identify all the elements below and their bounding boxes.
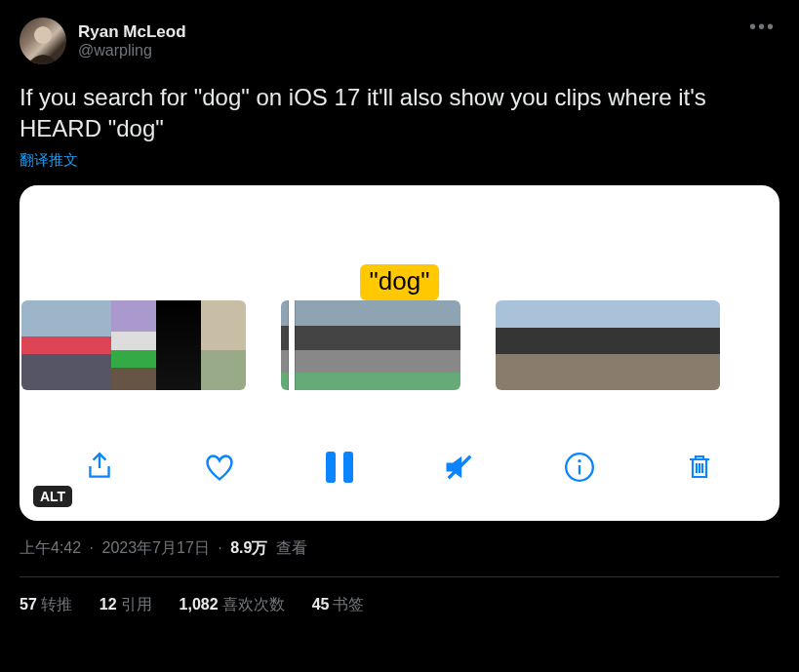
author-handle: @warpling	[78, 42, 186, 59]
tweet-header: Ryan McLeod @warpling	[20, 18, 779, 64]
clip-group[interactable]	[496, 300, 720, 390]
clip-thumb	[496, 300, 540, 390]
pause-icon[interactable]	[320, 448, 359, 487]
clip-thumb	[111, 300, 156, 390]
quotes-stat[interactable]: 12引用	[100, 595, 152, 615]
tweet-body-text: If you search for "dog" on iOS 17 it'll …	[20, 82, 779, 145]
clip-group-active[interactable]	[281, 300, 460, 390]
likes-stat[interactable]: 1,082喜欢次数	[180, 595, 285, 615]
media-attachment[interactable]: "dog"	[20, 185, 779, 521]
alt-badge[interactable]: ALT	[33, 486, 72, 507]
retweets-stat[interactable]: 57转推	[20, 595, 72, 615]
heart-icon[interactable]	[200, 448, 239, 487]
svg-point-3	[579, 459, 581, 462]
avatar[interactable]	[20, 18, 66, 64]
bookmarks-stat[interactable]: 45书签	[312, 595, 365, 615]
clip-thumb	[326, 300, 371, 390]
clip-thumb	[201, 300, 246, 390]
translate-link[interactable]: 翻译推文	[20, 151, 779, 170]
clip-thumb	[156, 300, 201, 390]
tweet-stats-row: 57转推 12引用 1,082喜欢次数 45书签	[20, 595, 779, 615]
share-icon[interactable]	[80, 448, 119, 487]
clip-thumb	[540, 300, 585, 390]
divider	[20, 576, 779, 577]
video-timeline[interactable]	[20, 300, 779, 390]
clip-thumb	[66, 300, 111, 390]
author-name-block[interactable]: Ryan McLeod @warpling	[78, 18, 186, 64]
clip-thumb	[630, 300, 675, 390]
mute-icon[interactable]	[440, 448, 479, 487]
clip-thumb	[585, 300, 630, 390]
media-toolbar	[20, 390, 779, 521]
views-label: 查看	[276, 539, 307, 556]
search-highlight-tag: "dog"	[360, 264, 440, 300]
views-count[interactable]: 8.9万	[230, 539, 267, 556]
info-icon[interactable]	[560, 448, 599, 487]
author-display-name: Ryan McLeod	[78, 22, 186, 42]
more-menu-button[interactable]: •••	[749, 16, 776, 38]
clip-thumb	[371, 300, 416, 390]
media-top-area: "dog"	[20, 185, 779, 300]
tweet-container: ••• Ryan McLeod @warpling If you search …	[0, 0, 799, 615]
tweet-time[interactable]: 上午4:42	[20, 539, 81, 556]
tweet-date[interactable]: 2023年7月17日	[102, 539, 210, 556]
clip-thumb	[416, 300, 460, 390]
tweet-meta-row: 上午4:42 · 2023年7月17日 · 8.9万 查看	[20, 538, 779, 559]
svg-point-0	[34, 26, 52, 44]
clip-thumb	[675, 300, 720, 390]
clip-thumb	[281, 300, 326, 390]
trash-icon[interactable]	[680, 448, 719, 487]
playhead[interactable]	[289, 300, 295, 390]
clip-group[interactable]	[21, 300, 246, 390]
clip-thumb	[21, 300, 66, 390]
